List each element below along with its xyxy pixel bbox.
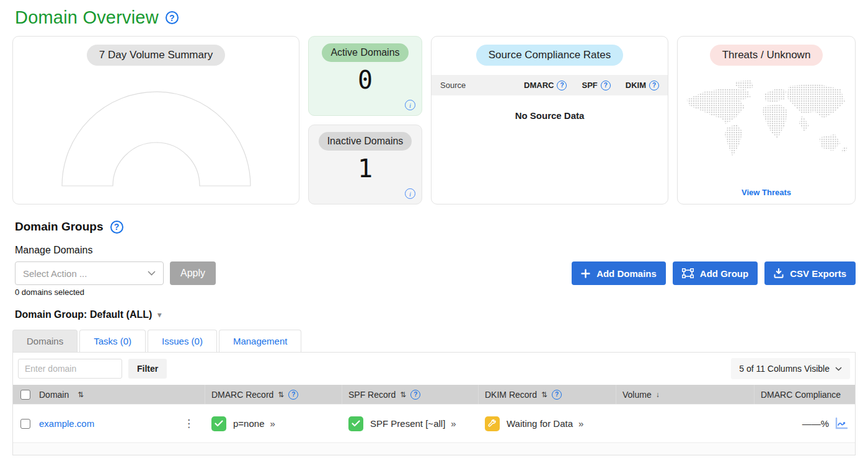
active-domains-card: Active Domains 0 i [308, 36, 422, 116]
dkim-status-link[interactable]: Waiting for Data » [485, 416, 583, 431]
action-select-value: Select Action ... [23, 268, 87, 279]
domain-count-column: Active Domains 0 i Inactive Domains 1 i [308, 36, 422, 204]
inactive-domains-info-icon[interactable]: i [405, 188, 415, 199]
table-header-row: Domain ⇅ DMARC Record ⇅ ? SPF Record ⇅ ?… [13, 385, 855, 404]
domain-groups-help-icon[interactable]: ? [110, 221, 123, 234]
source-compliance-card: Source Compliance Rates Source DMARC ? S… [431, 36, 668, 204]
row-checkbox[interactable] [20, 419, 30, 429]
add-domains-button[interactable]: Add Domains [572, 261, 666, 285]
dmarc-compliance-cell: ——% [755, 405, 855, 442]
download-icon [774, 268, 784, 278]
header-dmarc-record[interactable]: DMARC Record ⇅ ? [205, 385, 342, 404]
tab-issues[interactable]: Issues (0) [148, 330, 217, 352]
sort-icon: ⇅ [78, 390, 84, 399]
domain-link[interactable]: example.com [39, 418, 94, 429]
dmarc-record-help-icon[interactable]: ? [288, 390, 298, 400]
threats-card: Threats / Unknown View Threats [677, 36, 856, 204]
header-domain-label: Domain [39, 390, 69, 400]
domain-filter-input[interactable] [18, 359, 122, 379]
chevron-down-icon [835, 367, 842, 371]
columns-visible-label: 5 of 11 Columns Visible [739, 364, 830, 374]
page-title: Domain Overview [15, 7, 159, 28]
spf-help-icon[interactable]: ? [601, 81, 611, 90]
dkim-record-help-icon[interactable]: ? [552, 390, 562, 400]
spf-column: SPF ? [582, 81, 610, 90]
no-source-data-text: No Source Data [515, 110, 585, 121]
sort-icon: ⇅ [541, 390, 547, 399]
dmarc-status-link[interactable]: p=none » [211, 416, 275, 431]
dmarc-column: DMARC ? [524, 81, 567, 90]
inactive-domains-title: Inactive Domains [319, 132, 412, 151]
header-domain[interactable]: Domain ⇅ [13, 385, 205, 404]
domain-group-selector[interactable]: Domain Group: Default (ALL) ▾ [15, 309, 868, 320]
source-compliance-header: Source DMARC ? SPF ? DKIM ? [432, 75, 668, 95]
action-buttons: Add Domains Add Group CSV Exports [572, 261, 856, 285]
dmarc-column-label: DMARC [524, 81, 554, 90]
plus-icon [581, 269, 590, 278]
volume-gauge-chart [54, 79, 259, 191]
sort-desc-icon: ↓ [656, 390, 660, 399]
csv-exports-button[interactable]: CSV Exports [764, 261, 856, 285]
header-dkim-record[interactable]: DKIM Record ⇅ ? [479, 385, 616, 404]
tab-domains[interactable]: Domains [12, 330, 78, 352]
spf-status-text: SPF Present [~all] [370, 418, 445, 429]
chevron-down-icon [148, 271, 156, 276]
spf-column-label: SPF [582, 81, 597, 90]
header-spf-record[interactable]: SPF Record ⇅ ? [342, 385, 479, 404]
detail-arrow: » [578, 418, 583, 429]
object-group-icon [682, 268, 694, 278]
header-dkim-label: DKIM Record [485, 390, 537, 400]
volume-cell [616, 405, 755, 442]
dkim-help-icon[interactable]: ? [649, 81, 659, 90]
dkim-column: DKIM ? [626, 81, 659, 90]
dmarc-help-icon[interactable]: ? [557, 81, 567, 90]
filter-button[interactable]: Filter [128, 359, 167, 379]
spf-record-help-icon[interactable]: ? [410, 390, 420, 400]
dkim-status-text: Waiting for Data [507, 418, 573, 429]
manage-controls-row: Select Action ... Apply Add Domains [15, 261, 856, 285]
compliance-chart-icon[interactable] [834, 417, 849, 431]
domain-overview-page: Domain Overview ? 7 Day Volume Summary A… [0, 0, 868, 461]
wrench-icon [485, 416, 500, 431]
volume-summary-card: 7 Day Volume Summary [12, 36, 299, 204]
compliance-value: ——% [802, 418, 829, 429]
threats-title: Threats / Unknown [710, 45, 823, 66]
tab-bar: Domains Tasks (0) Issues (0) Management [12, 330, 868, 352]
header-compliance-label: DMARC Compliance [761, 390, 841, 400]
active-domains-value: 0 [358, 66, 373, 94]
domains-table-container: Filter 5 of 11 Columns Visible Domain ⇅ … [12, 352, 856, 455]
active-domains-info-icon[interactable]: i [405, 100, 415, 110]
view-threats-link[interactable]: View Threats [678, 188, 855, 197]
detail-arrow: » [270, 418, 275, 429]
header-volume[interactable]: Volume ↓ [616, 385, 755, 404]
page-header: Domain Overview ? [0, 0, 868, 28]
kebab-menu-icon[interactable]: ⋮ [179, 417, 199, 430]
check-icon [211, 416, 226, 431]
add-group-button[interactable]: Add Group [673, 261, 758, 285]
add-group-label: Add Group [700, 268, 748, 279]
page-help-icon[interactable]: ? [166, 11, 179, 24]
volume-summary-title: 7 Day Volume Summary [87, 45, 225, 66]
tab-tasks[interactable]: Tasks (0) [79, 330, 146, 352]
table-footer [13, 442, 855, 455]
apply-button[interactable]: Apply [170, 261, 216, 285]
source-column-label: Source [440, 81, 509, 90]
domain-group-label: Domain Group: Default (ALL) [15, 309, 152, 320]
source-compliance-title: Source Compliance Rates [476, 45, 623, 66]
manage-domains-label: Manage Domains [15, 245, 868, 256]
spf-record-cell: SPF Present [~all] » [342, 405, 479, 442]
select-all-checkbox[interactable] [20, 390, 30, 400]
header-dmarc-compliance: DMARC Compliance [755, 385, 855, 404]
dkim-column-label: DKIM [626, 81, 646, 90]
table-row: example.com ⋮ p=none » SPF Present [~ [13, 404, 855, 442]
detail-arrow: » [451, 418, 456, 429]
dkim-record-cell: Waiting for Data » [479, 405, 616, 442]
check-icon [348, 416, 363, 431]
tab-management[interactable]: Management [219, 330, 302, 352]
columns-visible-dropdown[interactable]: 5 of 11 Columns Visible [731, 358, 850, 379]
dmarc-status-text: p=none [233, 418, 264, 429]
action-select[interactable]: Select Action ... [15, 261, 164, 285]
domains-selected-count: 0 domains selected [15, 288, 868, 297]
spf-status-link[interactable]: SPF Present [~all] » [348, 416, 456, 431]
sort-icon: ⇅ [278, 390, 284, 399]
